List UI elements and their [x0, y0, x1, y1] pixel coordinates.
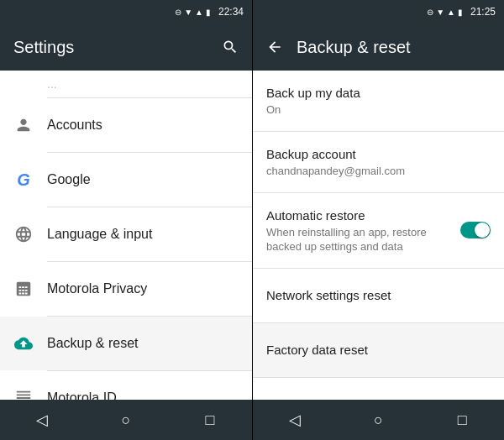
backup-item-automatic-restore[interactable]: Automatic restore When reinstalling an a…: [253, 193, 504, 268]
automatic-restore-row: Automatic restore When reinstalling an a…: [266, 207, 491, 254]
factory-data-reset-title: Factory data reset: [266, 341, 491, 359]
back-up-my-data-sub: On: [266, 103, 491, 118]
google-label: Google: [47, 172, 91, 187]
sidebar-item-language[interactable]: Language & input: [0, 207, 252, 261]
signal-icon-right: ▲: [447, 8, 455, 17]
privacy-icon: [13, 279, 34, 299]
backup-item-backup-account[interactable]: Backup account chandnapandey@gmail.com: [253, 132, 504, 192]
wifi-icon-right: ▼: [436, 8, 444, 17]
nav-bar-right: ◁ ○ □: [253, 400, 504, 440]
network-settings-reset-title: Network settings reset: [266, 286, 491, 304]
accounts-icon: [13, 115, 34, 135]
status-bar-left: ⊖ ▼ ▲ ▮ 22:34: [0, 0, 252, 24]
do-not-disturb-icon-right: ⊖: [427, 8, 433, 17]
backup-list: Back up my data On Backup account chandn…: [253, 71, 504, 400]
automatic-restore-sub: When reinstalling an app, restore backed…: [266, 226, 450, 254]
automatic-restore-title: Automatic restore: [266, 207, 450, 224]
backup-label: Backup & reset: [47, 336, 139, 351]
recent-button-left[interactable]: □: [185, 400, 235, 440]
sidebar-item-google[interactable]: G Google: [0, 153, 252, 207]
sidebar-item-privacy[interactable]: Motorola Privacy: [0, 262, 252, 316]
privacy-label: Motorola Privacy: [47, 281, 147, 296]
backup-account-title: Backup account: [266, 145, 491, 163]
sidebar-item-accounts[interactable]: Accounts: [0, 98, 252, 152]
time-right: 21:25: [470, 6, 496, 18]
back-button-right[interactable]: ◁: [270, 400, 320, 440]
backup-item-network-settings-reset[interactable]: Network settings reset: [253, 269, 504, 322]
sidebar-item-motorola-id[interactable]: Motorola ID: [0, 371, 252, 400]
settings-list: ... Accounts G Google: [0, 71, 252, 400]
back-button-left[interactable]: ◁: [17, 400, 67, 440]
wifi-icon: ▼: [184, 8, 192, 17]
status-icons-right: ⊖ ▼ ▲ ▮: [427, 8, 463, 17]
backup-item-back-up-my-data[interactable]: Back up my data On: [253, 71, 504, 131]
backup-item-factory-data-reset[interactable]: Factory data reset: [253, 323, 504, 377]
do-not-disturb-icon: ⊖: [175, 8, 181, 17]
time-left: 22:34: [218, 6, 244, 18]
backup-reset-title: Backup & reset: [297, 38, 411, 57]
language-label: Language & input: [47, 227, 152, 242]
sidebar-item-backup[interactable]: Backup & reset: [0, 317, 252, 370]
signal-icon: ▲: [195, 8, 203, 17]
home-button-right[interactable]: ○: [353, 400, 403, 440]
battery-icon: ▮: [206, 8, 211, 17]
motorola-id-icon: [13, 388, 34, 400]
backup-icon: [13, 333, 34, 354]
status-icons-left: ⊖ ▼ ▲ ▮: [175, 8, 211, 17]
recent-button-right[interactable]: □: [437, 400, 487, 440]
right-panel: ⊖ ▼ ▲ ▮ 21:25 Backup & reset Back up my …: [252, 0, 504, 440]
backup-account-sub: chandnapandey@gmail.com: [266, 165, 491, 179]
back-button-header[interactable]: [266, 39, 283, 55]
partial-item: ...: [0, 71, 252, 97]
settings-title: Settings: [13, 38, 74, 57]
back-up-my-data-title: Back up my data: [266, 84, 491, 102]
home-button-left[interactable]: ○: [101, 400, 151, 440]
status-bar-right: ⊖ ▼ ▲ ▮ 21:25: [253, 0, 504, 24]
search-button[interactable]: [222, 39, 239, 55]
accounts-label: Accounts: [47, 118, 102, 133]
left-panel: ⊖ ▼ ▲ ▮ 22:34 Settings ... Acc: [0, 0, 252, 440]
header-right: Backup & reset: [253, 24, 504, 71]
automatic-restore-toggle[interactable]: [460, 222, 491, 238]
header-left: Settings: [0, 24, 252, 71]
backup-divider-5: [253, 377, 504, 378]
nav-bar-left: ◁ ○ □: [0, 400, 252, 440]
motorola-id-label: Motorola ID: [47, 390, 117, 400]
battery-icon-right: ▮: [458, 8, 463, 17]
language-icon: [13, 224, 34, 244]
google-icon: G: [13, 170, 34, 190]
